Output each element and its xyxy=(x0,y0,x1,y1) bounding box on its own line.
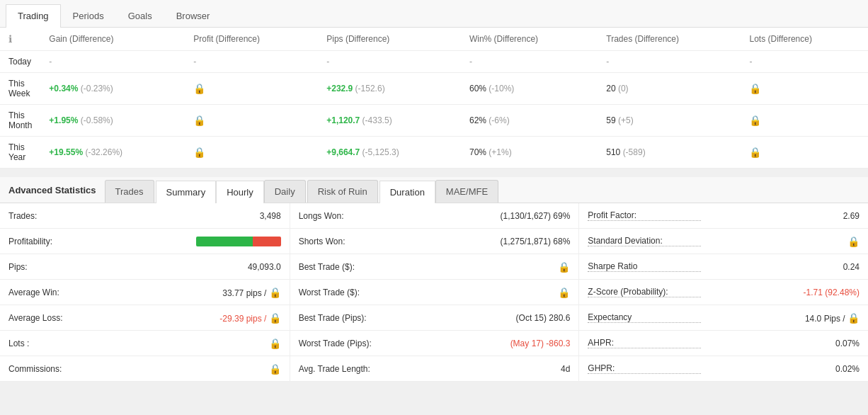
week-profit: 🔒 xyxy=(185,73,318,105)
stat-sharpe-ratio: Sharpe Ratio 0.24 xyxy=(579,254,868,280)
stat-avg-win: Average Win: 33.77 pips / 🔒 xyxy=(0,280,290,305)
tab-summary[interactable]: Summary xyxy=(156,181,217,203)
stat-pips: Pips: 49,093.0 xyxy=(0,254,290,280)
week-pips: +232.9 (-152.6) xyxy=(318,73,461,105)
stat-profit-factor-label: Profit Factor: xyxy=(588,210,701,221)
year-win: 70% (+1%) xyxy=(461,137,598,169)
stat-sharpe-ratio-value: 0.24 xyxy=(843,262,860,272)
tab-risk-of-ruin[interactable]: Risk of Ruin xyxy=(307,180,378,203)
tab-trading[interactable]: Trading xyxy=(6,4,61,28)
period-label: This Week xyxy=(0,73,40,105)
stat-worst-trade-pips-label: Worst Trade (Pips): xyxy=(299,339,405,348)
pips-header: Pips (Difference) xyxy=(318,28,461,51)
table-row: This Month +1.95% (-0.58%) 🔒 +1,120.7 (-… xyxy=(0,105,868,137)
tab-trades[interactable]: Trades xyxy=(105,180,154,203)
today-win: - xyxy=(461,51,598,73)
profitability-bar xyxy=(196,237,281,246)
stat-expectancy: Expectancy 14.0 Pips / 🔒 xyxy=(579,305,868,331)
profit-bar-red xyxy=(253,237,281,246)
stats-right-col: Profit Factor: 2.69 Standard Deviation: … xyxy=(578,203,868,382)
advanced-statistics-title: Advanced Statistics xyxy=(6,179,105,201)
table-row: This Year +19.55% (-32.26%) 🔒 +9,664.7 (… xyxy=(0,137,868,169)
today-trades: - xyxy=(598,51,741,73)
stat-longs-won: Longs Won: (1,130/1,627) 69% xyxy=(290,203,579,229)
stat-avg-win-value: 33.77 pips / 🔒 xyxy=(222,287,280,298)
table-row: Today - - - - - - xyxy=(0,51,868,73)
stat-zscore-value: -1.71 (92.48%) xyxy=(804,288,860,297)
stat-commissions-label: Commissions: xyxy=(8,364,93,374)
top-tab-bar: Trading Periods Goals Browser xyxy=(0,0,868,28)
profit-bar-green xyxy=(196,237,253,246)
stat-best-trade-pips: Best Trade (Pips): (Oct 15) 280.6 xyxy=(290,305,579,331)
week-gain: +0.34% (-0.23%) xyxy=(40,73,185,105)
today-profit: - xyxy=(185,51,318,73)
stat-trades: Trades: 3,498 xyxy=(0,203,290,229)
stats-left-col: Trades: 3,498 Profitability: Pips: 49,09… xyxy=(0,203,290,382)
stat-avg-win-label: Average Win: xyxy=(8,288,93,297)
month-gain: +1.95% (-0.58%) xyxy=(40,105,185,137)
stat-lots-value: 🔒 xyxy=(269,338,281,349)
stat-profit-factor: Profit Factor: 2.69 xyxy=(579,203,868,229)
year-profit: 🔒 xyxy=(185,137,318,169)
year-gain: +19.55% (-32.26%) xyxy=(40,137,185,169)
stat-avg-loss-value: -29.39 pips / 🔒 xyxy=(219,312,280,324)
week-win: 60% (-10%) xyxy=(461,73,598,105)
stat-best-trade-pips-label: Best Trade (Pips): xyxy=(299,313,405,323)
tab-browser[interactable]: Browser xyxy=(164,4,222,27)
gain-header: Gain (Difference) xyxy=(40,28,185,51)
sub-tab-bar: Advanced Statistics Trades Summary Hourl… xyxy=(0,177,868,203)
table-row: This Week +0.34% (-0.23%) 🔒 +232.9 (-152… xyxy=(0,73,868,105)
stat-zscore-label: Z-Score (Probability): xyxy=(588,287,701,297)
lots-header: Lots (Difference) xyxy=(741,28,868,51)
profit-header: Profit (Difference) xyxy=(185,28,318,51)
section-separator xyxy=(0,169,868,177)
stat-pips-label: Pips: xyxy=(8,262,93,272)
stat-ghpr-label: GHPR: xyxy=(588,363,701,374)
stat-lots-label: Lots : xyxy=(8,339,93,348)
stat-worst-trade-dollar: Worst Trade ($): 🔒 xyxy=(290,280,579,305)
stat-best-trade-dollar: Best Trade ($): 🔒 xyxy=(290,254,579,280)
stat-worst-trade-pips: Worst Trade (Pips): (May 17) -860.3 xyxy=(290,331,579,356)
tab-duration[interactable]: Duration xyxy=(379,181,435,203)
period-label: This Year xyxy=(0,137,40,169)
stat-std-deviation: Standard Deviation: 🔒 xyxy=(579,229,868,254)
tab-hourly[interactable]: Hourly xyxy=(216,181,264,203)
stat-std-deviation-label: Standard Deviation: xyxy=(588,236,701,246)
info-icon: ℹ xyxy=(8,33,12,45)
stat-std-deviation-value: 🔒 xyxy=(847,236,860,247)
stat-avg-trade-length: Avg. Trade Length: 4d xyxy=(290,356,579,382)
stat-profitability-label: Profitability: xyxy=(8,237,93,246)
stat-longs-won-value: (1,130/1,627) 69% xyxy=(501,211,571,221)
stat-avg-loss-label: Average Loss: xyxy=(8,313,93,323)
stat-avg-trade-length-value: 4d xyxy=(561,364,570,374)
advanced-statistics-section: Advanced Statistics Trades Summary Hourl… xyxy=(0,177,868,382)
stat-expectancy-label: Expectancy xyxy=(588,312,701,323)
stat-ahpr-label: AHPR: xyxy=(588,338,701,348)
tab-goals[interactable]: Goals xyxy=(116,4,164,27)
month-profit: 🔒 xyxy=(185,105,318,137)
stat-avg-loss: Average Loss: -29.39 pips / 🔒 xyxy=(0,305,290,331)
stat-best-trade-pips-value: (Oct 15) 280.6 xyxy=(516,313,571,323)
stat-avg-trade-length-label: Avg. Trade Length: xyxy=(299,364,405,374)
info-col-header: ℹ xyxy=(0,28,40,51)
profit-bar-visual xyxy=(196,237,281,246)
stat-worst-trade-dollar-label: Worst Trade ($): xyxy=(299,288,405,297)
tab-periods[interactable]: Periods xyxy=(61,4,116,27)
stat-zscore: Z-Score (Probability): -1.71 (92.48%) xyxy=(579,280,868,305)
stat-worst-trade-pips-value: (May 17) -860.3 xyxy=(510,339,571,348)
stat-expectancy-value: 14.0 Pips / 🔒 xyxy=(805,312,860,324)
tab-daily[interactable]: Daily xyxy=(264,180,306,203)
stat-pips-value: 49,093.0 xyxy=(248,262,281,272)
win-header: Win% (Difference) xyxy=(461,28,598,51)
stat-ahpr: AHPR: 0.07% xyxy=(579,331,868,356)
week-lots: 🔒 xyxy=(741,73,868,105)
tab-mae-mfe[interactable]: MAE/MFE xyxy=(435,180,498,203)
year-lots: 🔒 xyxy=(741,137,868,169)
stat-ghpr-value: 0.02% xyxy=(835,364,860,374)
stat-lots: Lots : 🔒 xyxy=(0,331,290,356)
month-pips: +1,120.7 (-433.5) xyxy=(318,105,461,137)
month-lots: 🔒 xyxy=(741,105,868,137)
stat-commissions: Commissions: 🔒 xyxy=(0,356,290,382)
stat-shorts-won: Shorts Won: (1,275/1,871) 68% xyxy=(290,229,579,254)
year-trades: 510 (-589) xyxy=(598,137,741,169)
